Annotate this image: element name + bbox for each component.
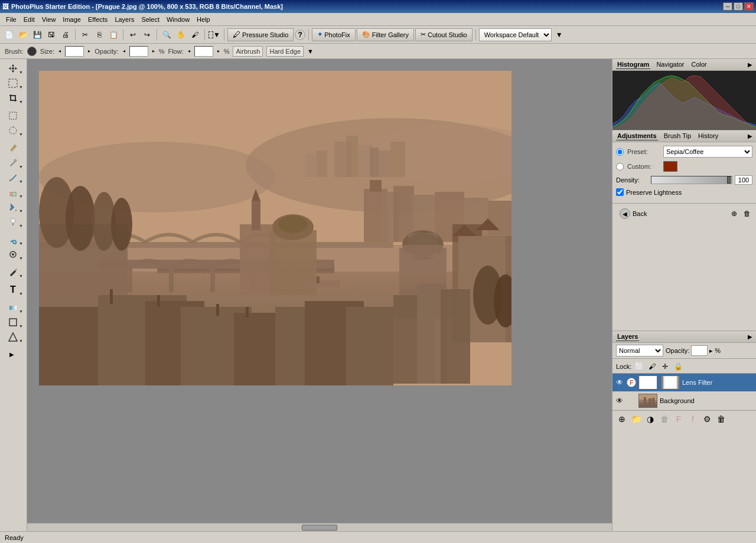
preserve-lightness-checkbox[interactable] [616, 188, 624, 196]
custom-radio[interactable] [616, 163, 624, 171]
airbrush-label[interactable]: Airbrush [233, 46, 263, 57]
preserve-lightness-label[interactable]: Preserve Lightness [626, 189, 682, 196]
window-controls[interactable]: ─ □ ✕ [723, 2, 754, 11]
view-tool[interactable]: ▼ [1, 247, 25, 261]
add-layer-btn[interactable]: ⊕ [616, 413, 628, 425]
layers-expand-btn[interactable]: ▶ [748, 333, 752, 340]
menu-layers[interactable]: Layers [111, 15, 138, 24]
tab-brush-tip[interactable]: Brush Tip [663, 132, 692, 140]
size-input[interactable]: 20 [65, 46, 84, 57]
opacity-down-btn[interactable]: ◂ [122, 48, 126, 54]
paste-btn[interactable]: 📋 [107, 28, 120, 41]
healing-brush-tool[interactable]: ▼ [1, 156, 25, 170]
density-thumb[interactable] [727, 176, 731, 184]
close-btn[interactable]: ✕ [744, 2, 754, 11]
menu-view[interactable]: View [38, 15, 60, 24]
transform-tool[interactable]: ▼ [1, 330, 25, 344]
paintbrush-tool[interactable]: ▼ [1, 171, 25, 185]
script-btn[interactable]: ⚙ [701, 413, 713, 425]
fx-btn-2[interactable]: f [687, 413, 699, 425]
print-btn[interactable]: 🖨 [59, 28, 72, 41]
horizontal-scrollbar[interactable] [27, 523, 612, 531]
brush-preview[interactable] [27, 47, 37, 56]
lock-paint-btn[interactable]: 🖌 [647, 361, 657, 372]
menu-file[interactable]: File [2, 15, 20, 24]
eyedropper-tool[interactable] [1, 141, 25, 155]
opacity-input[interactable]: 100 [129, 46, 148, 57]
trash-btn[interactable]: 🗑 [715, 413, 727, 425]
copy-btn[interactable]: ⎘ [93, 28, 106, 41]
tab-adjustments[interactable]: Adjustments [616, 132, 658, 140]
redo-btn[interactable]: ↪ [141, 28, 154, 41]
delete-layer-btn[interactable]: 🗑 [659, 413, 670, 425]
lock-position-btn[interactable]: ✛ [660, 361, 670, 372]
tab-layers[interactable]: Layers [616, 332, 639, 341]
tab-navigator[interactable]: Navigator [655, 60, 685, 69]
layer-item-background[interactable]: 👁 Background [612, 392, 756, 410]
pen-tool[interactable]: ▼ [1, 265, 25, 279]
histogram-expand-btn[interactable]: ▶ [748, 61, 752, 68]
workspace-expand-btn[interactable]: ▼ [553, 28, 566, 41]
menu-select[interactable]: Select [138, 15, 163, 24]
cut-btn[interactable]: ✂ [79, 28, 92, 41]
gradient-tool[interactable]: ▼ [1, 300, 25, 315]
preset-radio[interactable] [616, 148, 624, 156]
brush-options-expand[interactable]: ▼ [307, 48, 314, 55]
fx-btn-1[interactable]: F [673, 413, 685, 425]
shape-tool[interactable]: ▼ [1, 315, 25, 329]
pressure-studio-btn[interactable]: 🖊 Pressure Studio [227, 28, 294, 41]
opacity-up-btn[interactable]: ▸ [152, 48, 155, 54]
size-up-btn[interactable]: ▸ [87, 48, 91, 54]
preset-select[interactable]: Sepia/Coffee Blue Green Red Custom [663, 146, 752, 158]
menu-help[interactable]: Help [193, 15, 214, 24]
panel-toggle-btn[interactable]: ▶ [1, 348, 22, 361]
zoom-btn[interactable]: 🔍 [160, 28, 173, 41]
move-tool[interactable]: ▼ [1, 61, 25, 76]
undo-btn[interactable]: ↩ [126, 28, 139, 41]
back-btn[interactable]: ◀ Back [616, 207, 650, 220]
text-tool[interactable]: T▼ [1, 283, 25, 297]
opacity-input[interactable]: 100 [691, 345, 708, 356]
crop-tool[interactable]: ▼ [1, 91, 25, 105]
lock-transparency-btn[interactable]: ⬜ [634, 361, 644, 372]
flow-down-btn[interactable]: ◂ [187, 48, 191, 54]
pan-btn[interactable]: ✋ [174, 28, 187, 41]
brush-btn[interactable]: 🖌 [188, 28, 201, 41]
fill-tool[interactable]: ▼ [1, 200, 25, 214]
marquee-tool[interactable] [1, 109, 25, 123]
flow-input[interactable]: 100 [194, 46, 213, 57]
save-btn[interactable]: 💾 [31, 28, 44, 41]
custom-color-swatch[interactable] [663, 161, 677, 172]
help-btn[interactable]: ? [295, 30, 305, 40]
open-file-btn[interactable]: 📂 [17, 28, 30, 41]
selection-lasso-tool[interactable]: ▼ [1, 76, 25, 90]
dodge-tool[interactable]: ▼ [1, 215, 25, 229]
layer-eye-bg[interactable]: 👁 [615, 396, 624, 405]
layer-item-lens-filter[interactable]: 👁 F Lens Filter [612, 374, 756, 392]
tab-histogram[interactable]: Histogram [616, 60, 650, 69]
photofix-btn[interactable]: ✦ PhotoFix [312, 28, 355, 41]
menu-window[interactable]: Window [163, 15, 193, 24]
adjustments-expand-btn[interactable]: ▶ [748, 133, 752, 139]
lasso-tool[interactable]: ▼ [1, 123, 25, 138]
menu-edit[interactable]: Edit [20, 15, 38, 24]
selection-btn[interactable]: ▼ [208, 28, 221, 41]
layer-fx-lens[interactable]: F [627, 378, 636, 387]
hard-edge-label[interactable]: Hard Edge [266, 46, 304, 57]
minimize-btn[interactable]: ─ [723, 2, 732, 11]
filter-gallery-btn[interactable]: 🎨 Filter Gallery [357, 28, 414, 41]
save-as-btn[interactable]: 🖫 [45, 28, 58, 41]
density-slider[interactable] [651, 176, 732, 184]
add-folder-btn[interactable]: 📁 [630, 413, 642, 425]
canvas-area[interactable] [27, 59, 612, 531]
cutout-studio-btn[interactable]: ✂ Cutout Studio [415, 28, 472, 41]
menu-effects[interactable]: Effects [84, 15, 111, 24]
tab-history[interactable]: History [697, 132, 719, 140]
tab-color[interactable]: Color [690, 60, 708, 69]
add-adjustment-btn[interactable]: ⊕ [729, 208, 739, 219]
new-file-btn[interactable]: 📄 [2, 28, 15, 41]
flow-up-btn[interactable]: ▸ [217, 48, 220, 54]
eraser-tool[interactable]: ▼ [1, 185, 25, 199]
lock-all-btn[interactable]: 🔒 [673, 361, 683, 372]
layer-eye-lens[interactable]: 👁 [615, 378, 624, 387]
